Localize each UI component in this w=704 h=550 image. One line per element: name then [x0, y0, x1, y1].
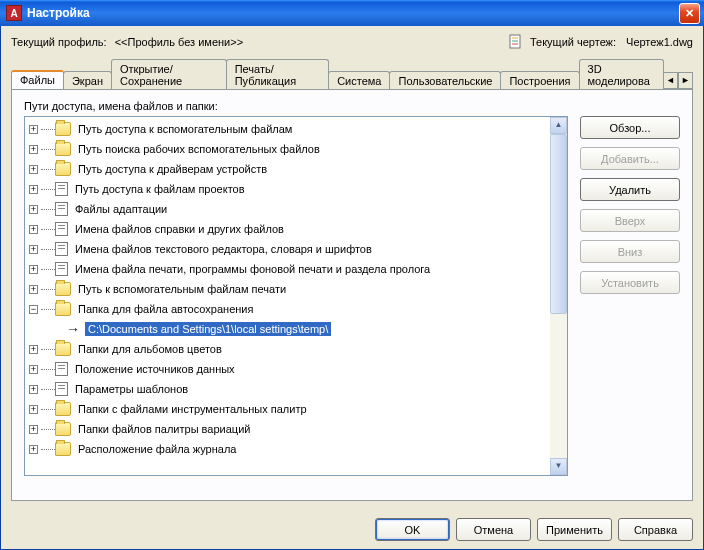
- tab-open-save[interactable]: Открытие/Сохранение: [111, 59, 227, 90]
- expand-icon[interactable]: +: [29, 145, 38, 154]
- browse-button[interactable]: Обзор...: [580, 116, 680, 139]
- tab-panel: Пути доступа, имена файлов и папки: +Пут…: [11, 89, 693, 501]
- tree-item-label[interactable]: Папки файлов палитры вариаций: [75, 422, 253, 436]
- tree-item[interactable]: +Имена файлов справки и других файлов: [25, 219, 550, 239]
- tree-item-label[interactable]: Путь к вспомогательным файлам печати: [75, 282, 289, 296]
- collapse-icon[interactable]: −: [29, 305, 38, 314]
- tree-item-label[interactable]: Файлы адаптации: [72, 202, 170, 216]
- tree-item-label[interactable]: Расположение файла журнала: [75, 442, 239, 456]
- tree-item-label[interactable]: C:\Documents and Settings\1\local settin…: [85, 322, 331, 336]
- tree-item[interactable]: +Расположение файла журнала: [25, 439, 550, 459]
- tree-view[interactable]: +Путь доступа к вспомогательным файлам+П…: [24, 116, 568, 476]
- tree-item-label[interactable]: Путь поиска рабочих вспомогательных файл…: [75, 142, 323, 156]
- scroll-thumb[interactable]: [550, 134, 567, 314]
- tree-item-label[interactable]: Положение источников данных: [72, 362, 238, 376]
- expand-icon[interactable]: +: [29, 245, 38, 254]
- tree-item[interactable]: +Файлы адаптации: [25, 199, 550, 219]
- scroll-down-button[interactable]: ▼: [550, 458, 567, 475]
- tab-3d[interactable]: 3D моделирова: [579, 59, 664, 90]
- folder-icon: [55, 302, 71, 316]
- expand-icon[interactable]: +: [29, 365, 38, 374]
- tab-screen[interactable]: Экран: [63, 71, 112, 90]
- tree-item[interactable]: +Положение источников данных: [25, 359, 550, 379]
- tree-item[interactable]: +Папки файлов палитры вариаций: [25, 419, 550, 439]
- file-icon: [55, 362, 68, 376]
- expand-icon[interactable]: +: [29, 445, 38, 454]
- tree-item[interactable]: +Папки для альбомов цветов: [25, 339, 550, 359]
- tree-item[interactable]: −Папка для файла автосохранения: [25, 299, 550, 319]
- expand-icon[interactable]: +: [29, 265, 38, 274]
- folder-icon: [55, 402, 71, 416]
- tree-item-label[interactable]: Путь доступа к вспомогательным файлам: [75, 122, 295, 136]
- file-icon: [55, 382, 68, 396]
- tree-item[interactable]: +Папки с файлами инструментальных палитр: [25, 399, 550, 419]
- title-bar: A Настройка ✕: [0, 0, 704, 26]
- tree-item[interactable]: +Путь к вспомогательным файлам печати: [25, 279, 550, 299]
- add-button[interactable]: Добавить...: [580, 147, 680, 170]
- expand-icon[interactable]: +: [29, 345, 38, 354]
- tree-item[interactable]: +Имена файла печати, программы фоновой п…: [25, 259, 550, 279]
- file-icon: [55, 222, 68, 236]
- current-drawing-name: Чертеж1.dwg: [626, 36, 693, 48]
- app-icon: A: [6, 5, 22, 21]
- tab-drafting[interactable]: Построения: [500, 71, 579, 90]
- expand-icon[interactable]: +: [29, 425, 38, 434]
- tab-files[interactable]: Файлы: [11, 70, 64, 89]
- folder-icon: [55, 162, 71, 176]
- tree-item[interactable]: +Имена файлов текстового редактора, слов…: [25, 239, 550, 259]
- folder-icon: [55, 282, 71, 296]
- help-button[interactable]: Справка: [618, 518, 693, 541]
- tab-scroll-right[interactable]: ►: [678, 72, 693, 89]
- tree-item-label[interactable]: Параметры шаблонов: [72, 382, 191, 396]
- tree-item[interactable]: →C:\Documents and Settings\1\local setti…: [25, 319, 550, 339]
- paths-label: Пути доступа, имена файлов и папки:: [24, 100, 680, 112]
- set-button[interactable]: Установить: [580, 271, 680, 294]
- expand-icon[interactable]: +: [29, 385, 38, 394]
- tree-item-label[interactable]: Путь доступа к драйверам устройств: [75, 162, 270, 176]
- tree-item-label[interactable]: Папка для файла автосохранения: [75, 302, 256, 316]
- ok-button[interactable]: OK: [375, 518, 450, 541]
- tab-scroll-left[interactable]: ◄: [663, 72, 678, 89]
- tab-system[interactable]: Система: [328, 71, 390, 90]
- expand-icon[interactable]: +: [29, 185, 38, 194]
- file-icon: [55, 202, 68, 216]
- side-buttons: Обзор... Добавить... Удалить Вверх Вниз …: [580, 116, 680, 476]
- folder-icon: [55, 442, 71, 456]
- tab-print[interactable]: Печать/Публикация: [226, 59, 329, 90]
- drawing-icon: [508, 34, 524, 50]
- tab-bar: Файлы Экран Открытие/Сохранение Печать/П…: [11, 58, 693, 89]
- expand-icon[interactable]: +: [29, 285, 38, 294]
- tree-item-label[interactable]: Папки для альбомов цветов: [75, 342, 225, 356]
- apply-button[interactable]: Применить: [537, 518, 612, 541]
- tree-item[interactable]: +Путь доступа к файлам проектов: [25, 179, 550, 199]
- scroll-up-button[interactable]: ▲: [550, 117, 567, 134]
- down-button[interactable]: Вниз: [580, 240, 680, 263]
- expand-icon[interactable]: +: [29, 405, 38, 414]
- tree-item[interactable]: +Путь доступа к драйверам устройств: [25, 159, 550, 179]
- tree-item[interactable]: +Путь поиска рабочих вспомогательных фай…: [25, 139, 550, 159]
- tree-item-label[interactable]: Имена файлов справки и других файлов: [72, 222, 287, 236]
- profile-row: Текущий профиль: <<Профиль без имени>> Т…: [11, 34, 693, 50]
- up-button[interactable]: Вверх: [580, 209, 680, 232]
- expand-icon[interactable]: +: [29, 125, 38, 134]
- expand-icon[interactable]: +: [29, 205, 38, 214]
- expand-icon[interactable]: +: [29, 225, 38, 234]
- delete-button[interactable]: Удалить: [580, 178, 680, 201]
- path-arrow-icon: →: [65, 321, 81, 337]
- scroll-track[interactable]: [550, 134, 567, 458]
- tree-item-label[interactable]: Папки с файлами инструментальных палитр: [75, 402, 310, 416]
- tree-item-label[interactable]: Имена файла печати, программы фоновой пе…: [72, 262, 433, 276]
- vertical-scrollbar[interactable]: ▲ ▼: [550, 117, 567, 475]
- dialog-content: Текущий профиль: <<Профиль без имени>> Т…: [0, 26, 704, 550]
- tree-item[interactable]: +Параметры шаблонов: [25, 379, 550, 399]
- file-icon: [55, 262, 68, 276]
- tree-item-label[interactable]: Путь доступа к файлам проектов: [72, 182, 248, 196]
- current-profile-name: <<Профиль без имени>>: [115, 36, 243, 48]
- current-profile-label: Текущий профиль:: [11, 36, 107, 48]
- expand-icon[interactable]: +: [29, 165, 38, 174]
- close-button[interactable]: ✕: [679, 3, 700, 24]
- tree-item-label[interactable]: Имена файлов текстового редактора, слова…: [72, 242, 375, 256]
- tree-item[interactable]: +Путь доступа к вспомогательным файлам: [25, 119, 550, 139]
- cancel-button[interactable]: Отмена: [456, 518, 531, 541]
- tab-user[interactable]: Пользовательские: [389, 71, 501, 90]
